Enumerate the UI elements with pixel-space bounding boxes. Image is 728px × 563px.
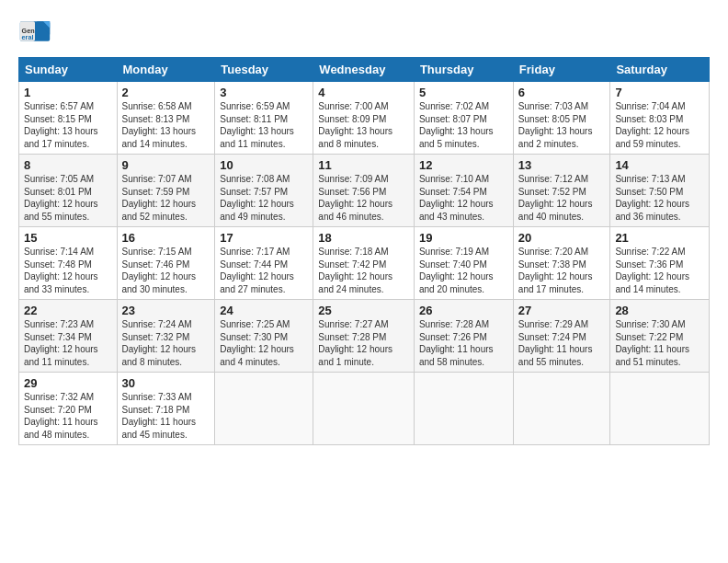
day-info: Sunrise: 7:08 AMSunset: 7:57 PMDaylight:… (220, 173, 308, 223)
day-number: 30 (122, 376, 210, 390)
calendar-cell: 30Sunrise: 7:33 AMSunset: 7:18 PMDayligh… (117, 373, 215, 445)
calendar-cell: 12Sunrise: 7:10 AMSunset: 7:54 PMDayligh… (414, 155, 513, 227)
day-number: 25 (318, 304, 409, 317)
calendar-cell: 3Sunrise: 6:59 AMSunset: 8:11 PMDaylight… (215, 82, 313, 155)
logo-icon: Gen eral (18, 15, 51, 48)
calendar-cell (313, 373, 415, 445)
calendar-cell: 10Sunrise: 7:08 AMSunset: 7:57 PMDayligh… (215, 155, 313, 227)
day-number: 1 (24, 86, 112, 99)
day-info: Sunrise: 7:18 AMSunset: 7:42 PMDaylight:… (318, 246, 409, 295)
calendar-cell: 15Sunrise: 7:14 AMSunset: 7:48 PMDayligh… (19, 227, 118, 300)
day-number: 13 (518, 158, 606, 172)
day-number: 26 (419, 304, 508, 317)
calendar-cell: 1Sunrise: 6:57 AMSunset: 8:15 PMDaylight… (19, 82, 118, 155)
day-info: Sunrise: 7:15 AMSunset: 7:46 PMDaylight:… (122, 246, 210, 295)
day-number: 7 (615, 86, 704, 99)
calendar-cell: 29Sunrise: 7:32 AMSunset: 7:20 PMDayligh… (19, 373, 118, 445)
day-info: Sunrise: 7:02 AMSunset: 8:07 PMDaylight:… (419, 100, 508, 150)
day-info: Sunrise: 7:23 AMSunset: 7:34 PMDaylight:… (24, 318, 112, 368)
calendar-cell: 19Sunrise: 7:19 AMSunset: 7:40 PMDayligh… (414, 227, 513, 300)
calendar-cell: 2Sunrise: 6:58 AMSunset: 8:13 PMDaylight… (117, 82, 215, 155)
calendar-cell: 7Sunrise: 7:04 AMSunset: 8:03 PMDaylight… (610, 82, 710, 155)
calendar-cell: 13Sunrise: 7:12 AMSunset: 7:52 PMDayligh… (513, 155, 610, 227)
day-number: 11 (318, 158, 409, 172)
day-header-friday: Friday (513, 58, 610, 82)
calendar-cell: 4Sunrise: 7:00 AMSunset: 8:09 PMDaylight… (313, 82, 415, 155)
week-row-1: 1Sunrise: 6:57 AMSunset: 8:15 PMDaylight… (19, 82, 710, 155)
calendar-cell: 17Sunrise: 7:17 AMSunset: 7:44 PMDayligh… (215, 227, 313, 300)
day-info: Sunrise: 7:32 AMSunset: 7:20 PMDaylight:… (24, 391, 112, 441)
calendar-header-row: SundayMondayTuesdayWednesdayThursdayFrid… (19, 58, 710, 82)
day-number: 19 (419, 231, 508, 245)
day-info: Sunrise: 7:29 AMSunset: 7:24 PMDaylight:… (518, 318, 606, 368)
day-info: Sunrise: 7:20 AMSunset: 7:38 PMDaylight:… (518, 246, 606, 295)
day-number: 4 (318, 86, 409, 99)
calendar-cell: 11Sunrise: 7:09 AMSunset: 7:56 PMDayligh… (313, 155, 415, 227)
day-number: 14 (615, 158, 704, 172)
calendar-cell: 22Sunrise: 7:23 AMSunset: 7:34 PMDayligh… (19, 300, 118, 373)
day-number: 3 (220, 86, 308, 99)
day-number: 20 (518, 231, 606, 245)
day-info: Sunrise: 7:10 AMSunset: 7:54 PMDaylight:… (419, 173, 508, 223)
calendar-cell: 28Sunrise: 7:30 AMSunset: 7:22 PMDayligh… (610, 300, 710, 373)
day-number: 16 (122, 231, 210, 245)
week-row-4: 22Sunrise: 7:23 AMSunset: 7:34 PMDayligh… (19, 300, 710, 373)
calendar-cell: 16Sunrise: 7:15 AMSunset: 7:46 PMDayligh… (117, 227, 215, 300)
calendar-cell: 27Sunrise: 7:29 AMSunset: 7:24 PMDayligh… (513, 300, 610, 373)
day-header-sunday: Sunday (19, 58, 118, 82)
day-info: Sunrise: 7:09 AMSunset: 7:56 PMDaylight:… (318, 173, 409, 223)
day-header-wednesday: Wednesday (313, 58, 415, 82)
calendar-cell: 25Sunrise: 7:27 AMSunset: 7:28 PMDayligh… (313, 300, 415, 373)
day-number: 24 (220, 304, 308, 317)
day-info: Sunrise: 7:25 AMSunset: 7:30 PMDaylight:… (220, 318, 308, 368)
logo: Gen eral (18, 15, 55, 48)
day-info: Sunrise: 7:07 AMSunset: 7:59 PMDaylight:… (122, 173, 210, 223)
day-number: 29 (24, 376, 112, 390)
day-info: Sunrise: 6:57 AMSunset: 8:15 PMDaylight:… (24, 100, 112, 150)
week-row-2: 8Sunrise: 7:05 AMSunset: 8:01 PMDaylight… (19, 155, 710, 227)
calendar-cell: 9Sunrise: 7:07 AMSunset: 7:59 PMDaylight… (117, 155, 215, 227)
svg-text:eral: eral (22, 33, 34, 41)
day-info: Sunrise: 7:14 AMSunset: 7:48 PMDaylight:… (24, 246, 112, 295)
day-number: 22 (24, 304, 112, 317)
day-number: 15 (24, 231, 112, 245)
week-row-5: 29Sunrise: 7:32 AMSunset: 7:20 PMDayligh… (19, 373, 710, 445)
calendar-cell: 6Sunrise: 7:03 AMSunset: 8:05 PMDaylight… (513, 82, 610, 155)
day-info: Sunrise: 7:13 AMSunset: 7:50 PMDaylight:… (615, 173, 704, 223)
day-info: Sunrise: 7:03 AMSunset: 8:05 PMDaylight:… (518, 100, 606, 150)
day-info: Sunrise: 7:22 AMSunset: 7:36 PMDaylight:… (615, 246, 704, 295)
day-info: Sunrise: 7:19 AMSunset: 7:40 PMDaylight:… (419, 246, 508, 295)
day-info: Sunrise: 7:05 AMSunset: 8:01 PMDaylight:… (24, 173, 112, 223)
calendar-cell: 14Sunrise: 7:13 AMSunset: 7:50 PMDayligh… (610, 155, 710, 227)
day-info: Sunrise: 7:12 AMSunset: 7:52 PMDaylight:… (518, 173, 606, 223)
day-number: 12 (419, 158, 508, 172)
calendar-cell (215, 373, 313, 445)
day-number: 10 (220, 158, 308, 172)
day-number: 5 (419, 86, 508, 99)
calendar-cell: 24Sunrise: 7:25 AMSunset: 7:30 PMDayligh… (215, 300, 313, 373)
day-header-thursday: Thursday (414, 58, 513, 82)
day-info: Sunrise: 7:17 AMSunset: 7:44 PMDaylight:… (220, 246, 308, 295)
calendar-cell: 21Sunrise: 7:22 AMSunset: 7:36 PMDayligh… (610, 227, 710, 300)
day-info: Sunrise: 7:33 AMSunset: 7:18 PMDaylight:… (122, 391, 210, 441)
day-header-saturday: Saturday (610, 58, 710, 82)
calendar-cell (513, 373, 610, 445)
day-number: 28 (615, 304, 704, 317)
calendar-body: 1Sunrise: 6:57 AMSunset: 8:15 PMDaylight… (19, 82, 710, 445)
day-number: 2 (122, 86, 210, 99)
calendar-cell: 5Sunrise: 7:02 AMSunset: 8:07 PMDaylight… (414, 82, 513, 155)
calendar-cell: 23Sunrise: 7:24 AMSunset: 7:32 PMDayligh… (117, 300, 215, 373)
day-header-tuesday: Tuesday (215, 58, 313, 82)
day-number: 27 (518, 304, 606, 317)
calendar-cell: 8Sunrise: 7:05 AMSunset: 8:01 PMDaylight… (19, 155, 118, 227)
calendar-cell: 26Sunrise: 7:28 AMSunset: 7:26 PMDayligh… (414, 300, 513, 373)
day-info: Sunrise: 7:24 AMSunset: 7:32 PMDaylight:… (122, 318, 210, 368)
day-info: Sunrise: 7:27 AMSunset: 7:28 PMDaylight:… (318, 318, 409, 368)
calendar-cell (610, 373, 710, 445)
day-header-monday: Monday (117, 58, 215, 82)
calendar-cell (414, 373, 513, 445)
calendar-cell: 18Sunrise: 7:18 AMSunset: 7:42 PMDayligh… (313, 227, 415, 300)
calendar-cell: 20Sunrise: 7:20 AMSunset: 7:38 PMDayligh… (513, 227, 610, 300)
day-info: Sunrise: 7:04 AMSunset: 8:03 PMDaylight:… (615, 100, 704, 150)
day-info: Sunrise: 7:28 AMSunset: 7:26 PMDaylight:… (419, 318, 508, 368)
